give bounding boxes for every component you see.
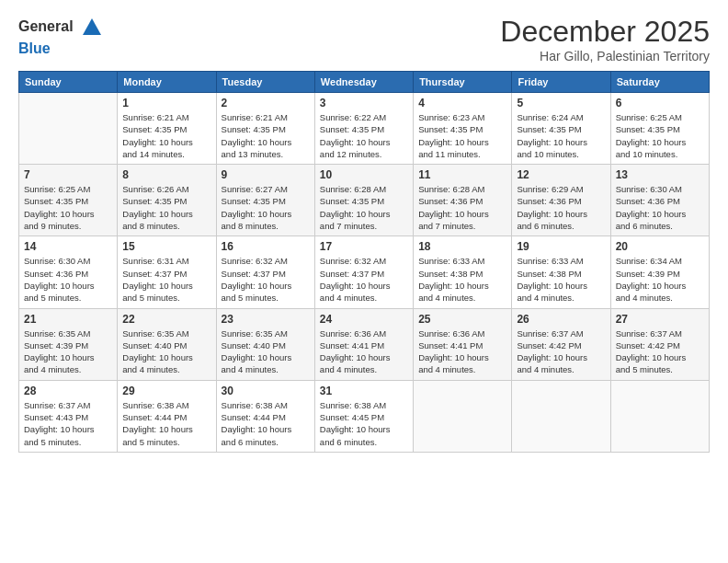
logo: General Blue [18, 15, 105, 57]
day-info: Sunrise: 6:27 AM Sunset: 4:35 PM Dayligh… [222, 183, 310, 232]
day-number: 3 [320, 97, 408, 109]
day-info: Sunrise: 6:35 AM Sunset: 4:39 PM Dayligh… [24, 327, 112, 376]
calendar-header-saturday: Saturday [610, 72, 709, 93]
day-number: 26 [517, 313, 605, 326]
calendar-cell: 26Sunrise: 6:37 AM Sunset: 4:42 PM Dayli… [512, 308, 610, 380]
calendar-cell: 3Sunrise: 6:22 AM Sunset: 4:35 PM Daylig… [314, 93, 413, 165]
day-info: Sunrise: 6:33 AM Sunset: 4:38 PM Dayligh… [418, 255, 506, 304]
calendar-header-monday: Monday [118, 72, 216, 93]
day-info: Sunrise: 6:35 AM Sunset: 4:40 PM Dayligh… [122, 327, 210, 376]
day-number: 16 [222, 240, 310, 253]
calendar-header-friday: Friday [512, 72, 610, 93]
calendar-cell: 18Sunrise: 6:33 AM Sunset: 4:38 PM Dayli… [414, 236, 512, 308]
day-number: 27 [616, 313, 704, 326]
calendar-cell [512, 380, 610, 452]
day-info: Sunrise: 6:31 AM Sunset: 4:37 PM Dayligh… [122, 255, 210, 304]
calendar-cell: 13Sunrise: 6:30 AM Sunset: 4:36 PM Dayli… [610, 165, 709, 236]
day-info: Sunrise: 6:32 AM Sunset: 4:37 PM Dayligh… [222, 255, 310, 304]
day-number: 2 [222, 97, 310, 109]
calendar-cell: 11Sunrise: 6:28 AM Sunset: 4:36 PM Dayli… [414, 165, 512, 236]
calendar-cell: 5Sunrise: 6:24 AM Sunset: 4:35 PM Daylig… [512, 93, 610, 165]
calendar-cell: 29Sunrise: 6:38 AM Sunset: 4:44 PM Dayli… [118, 380, 216, 452]
day-number: 21 [24, 313, 112, 326]
day-number: 13 [616, 168, 704, 181]
calendar-cell: 20Sunrise: 6:34 AM Sunset: 4:39 PM Dayli… [610, 236, 709, 308]
day-number: 29 [122, 385, 210, 397]
calendar-cell: 19Sunrise: 6:33 AM Sunset: 4:38 PM Dayli… [512, 236, 610, 308]
calendar-header-wednesday: Wednesday [314, 72, 413, 93]
day-info: Sunrise: 6:23 AM Sunset: 4:35 PM Dayligh… [418, 111, 506, 160]
calendar-cell [414, 380, 512, 452]
day-number: 23 [222, 313, 310, 326]
calendar-cell: 10Sunrise: 6:28 AM Sunset: 4:35 PM Dayli… [314, 165, 413, 236]
calendar-cell: 21Sunrise: 6:35 AM Sunset: 4:39 PM Dayli… [19, 308, 118, 380]
page: General Blue December 2025 Har Gillo, Pa… [0, 0, 728, 563]
day-number: 20 [616, 240, 704, 253]
day-info: Sunrise: 6:37 AM Sunset: 4:42 PM Dayligh… [517, 327, 605, 376]
day-info: Sunrise: 6:32 AM Sunset: 4:37 PM Dayligh… [320, 255, 408, 304]
logo-blue: Blue [18, 40, 105, 57]
day-info: Sunrise: 6:24 AM Sunset: 4:35 PM Dayligh… [517, 111, 605, 160]
day-number: 6 [616, 97, 704, 109]
day-number: 4 [418, 97, 506, 109]
day-info: Sunrise: 6:35 AM Sunset: 4:40 PM Dayligh… [222, 327, 310, 376]
calendar-cell: 12Sunrise: 6:29 AM Sunset: 4:36 PM Dayli… [512, 165, 610, 236]
calendar-cell: 24Sunrise: 6:36 AM Sunset: 4:41 PM Dayli… [314, 308, 413, 380]
calendar-cell: 8Sunrise: 6:26 AM Sunset: 4:35 PM Daylig… [118, 165, 216, 236]
calendar-header-tuesday: Tuesday [216, 72, 314, 93]
calendar-cell: 28Sunrise: 6:37 AM Sunset: 4:43 PM Dayli… [19, 380, 118, 452]
month-title: December 2025 [500, 15, 710, 49]
day-number: 15 [122, 240, 210, 253]
day-info: Sunrise: 6:26 AM Sunset: 4:35 PM Dayligh… [122, 183, 210, 232]
calendar-cell: 17Sunrise: 6:32 AM Sunset: 4:37 PM Dayli… [314, 236, 413, 308]
calendar-week-row: 21Sunrise: 6:35 AM Sunset: 4:39 PM Dayli… [19, 308, 710, 380]
day-info: Sunrise: 6:38 AM Sunset: 4:45 PM Dayligh… [320, 399, 408, 448]
day-number: 22 [122, 313, 210, 326]
calendar-cell: 15Sunrise: 6:31 AM Sunset: 4:37 PM Dayli… [118, 236, 216, 308]
logo-icon [79, 15, 105, 40]
day-number: 9 [222, 168, 310, 181]
svg-marker-0 [83, 18, 101, 35]
calendar-week-row: 28Sunrise: 6:37 AM Sunset: 4:43 PM Dayli… [19, 380, 710, 452]
day-number: 12 [517, 168, 605, 181]
day-number: 19 [517, 240, 605, 253]
calendar-header-thursday: Thursday [414, 72, 512, 93]
day-info: Sunrise: 6:34 AM Sunset: 4:39 PM Dayligh… [616, 255, 704, 304]
calendar-header-sunday: Sunday [19, 72, 118, 93]
calendar-cell: 14Sunrise: 6:30 AM Sunset: 4:36 PM Dayli… [19, 236, 118, 308]
calendar-cell: 16Sunrise: 6:32 AM Sunset: 4:37 PM Dayli… [216, 236, 314, 308]
day-number: 10 [320, 168, 408, 181]
calendar-cell: 9Sunrise: 6:27 AM Sunset: 4:35 PM Daylig… [216, 165, 314, 236]
calendar-cell: 25Sunrise: 6:36 AM Sunset: 4:41 PM Dayli… [414, 308, 512, 380]
day-info: Sunrise: 6:22 AM Sunset: 4:35 PM Dayligh… [320, 111, 408, 160]
day-number: 25 [418, 313, 506, 326]
calendar-table: SundayMondayTuesdayWednesdayThursdayFrid… [18, 71, 710, 453]
day-number: 24 [320, 313, 408, 326]
calendar-cell: 23Sunrise: 6:35 AM Sunset: 4:40 PM Dayli… [216, 308, 314, 380]
day-number: 5 [517, 97, 605, 109]
calendar-cell: 30Sunrise: 6:38 AM Sunset: 4:44 PM Dayli… [216, 380, 314, 452]
header: General Blue December 2025 Har Gillo, Pa… [18, 15, 710, 63]
title-block: December 2025 Har Gillo, Palestinian Ter… [500, 15, 710, 63]
day-number: 17 [320, 240, 408, 253]
calendar-cell [19, 93, 118, 165]
day-info: Sunrise: 6:29 AM Sunset: 4:36 PM Dayligh… [517, 183, 605, 232]
day-info: Sunrise: 6:21 AM Sunset: 4:35 PM Dayligh… [122, 111, 210, 160]
calendar-week-row: 14Sunrise: 6:30 AM Sunset: 4:36 PM Dayli… [19, 236, 710, 308]
calendar-cell: 7Sunrise: 6:25 AM Sunset: 4:35 PM Daylig… [19, 165, 118, 236]
day-number: 31 [320, 385, 408, 397]
day-number: 11 [418, 168, 506, 181]
calendar-cell: 2Sunrise: 6:21 AM Sunset: 4:35 PM Daylig… [216, 93, 314, 165]
day-info: Sunrise: 6:30 AM Sunset: 4:36 PM Dayligh… [616, 183, 704, 232]
day-number: 1 [122, 97, 210, 109]
day-info: Sunrise: 6:25 AM Sunset: 4:35 PM Dayligh… [616, 111, 704, 160]
calendar-cell: 4Sunrise: 6:23 AM Sunset: 4:35 PM Daylig… [414, 93, 512, 165]
day-number: 28 [24, 385, 112, 397]
calendar-cell: 6Sunrise: 6:25 AM Sunset: 4:35 PM Daylig… [610, 93, 709, 165]
calendar-cell: 27Sunrise: 6:37 AM Sunset: 4:42 PM Dayli… [610, 308, 709, 380]
calendar-cell: 1Sunrise: 6:21 AM Sunset: 4:35 PM Daylig… [118, 93, 216, 165]
day-number: 18 [418, 240, 506, 253]
calendar-week-row: 1Sunrise: 6:21 AM Sunset: 4:35 PM Daylig… [19, 93, 710, 165]
day-number: 7 [24, 168, 112, 181]
calendar-cell: 31Sunrise: 6:38 AM Sunset: 4:45 PM Dayli… [314, 380, 413, 452]
